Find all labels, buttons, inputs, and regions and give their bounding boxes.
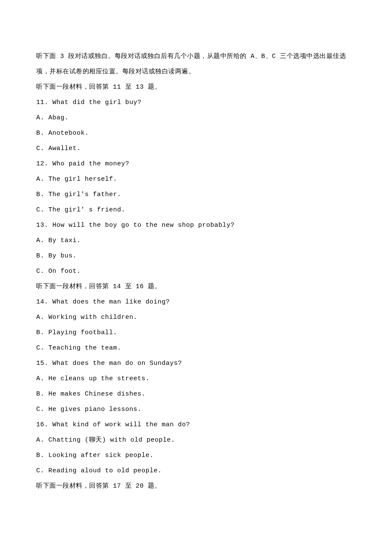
document-content: 听下面 3 段对话或独白。每段对话或独白后有几个小题，从题中所给的 A、B、C … [36,49,356,494]
option-11-c: C. Awallet. [36,141,356,156]
option-12-b: B. The girl's father. [36,187,356,202]
option-16-a: A. Chatting (聊天) with old people. [36,433,356,448]
option-15-a: A. He cleans up the streets. [36,371,356,387]
question-13: 13. How will the boy go to the new shop … [36,218,356,233]
question-15: 15. What does the man do on Sundays? [36,356,356,371]
option-13-a: A. By taxi. [36,233,356,249]
option-16-c: C. Reading aloud to old people. [36,463,356,479]
instruction-line-2: 项，并标在试卷的相应位置。每段对话或独白读两遍。 [36,64,356,80]
question-14: 14. What does the man like doing? [36,295,356,310]
option-16-b: B. Looking after sick people. [36,448,356,463]
option-14-a: A. Working with children. [36,310,356,325]
option-12-c: C. The girl' s friend. [36,202,356,218]
question-16: 16. What kind of work will the man do? [36,417,356,433]
option-12-a: A. The girl herself. [36,172,356,187]
question-11: 11. What did the girl buy? [36,95,356,110]
option-14-b: B. Playing football. [36,325,356,341]
question-12: 12. Who paid the money? [36,156,356,172]
option-15-b: B. He makes Chinese dishes. [36,387,356,402]
section-header-14-16: 听下面一段材料，回答第 14 至 16 题。 [36,279,356,295]
option-14-c: C. Teaching the team. [36,341,356,356]
option-13-c: C. On foot. [36,264,356,279]
option-13-b: B. By bus. [36,249,356,264]
option-11-b: B. Anotebook. [36,126,356,141]
option-11-a: A. Abag. [36,110,356,126]
instruction-line-1: 听下面 3 段对话或独白。每段对话或独白后有几个小题，从题中所给的 A、B、C … [36,49,356,64]
section-header-17-20: 听下面一段材料，回答第 17 至 20 题。 [36,479,356,494]
option-15-c: C. He gives piano lessons. [36,402,356,417]
section-header-11-13: 听下面一段材料，回答第 11 至 13 题。 [36,80,356,95]
